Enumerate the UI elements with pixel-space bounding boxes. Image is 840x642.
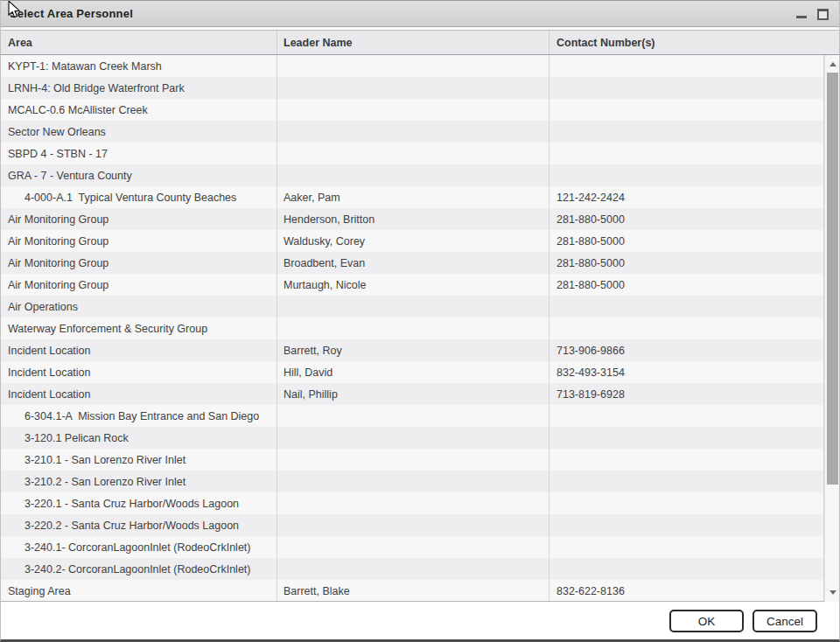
- cell-area[interactable]: Incident Location: [1, 383, 277, 405]
- cell-leader-name[interactable]: Broadbent, Evan: [277, 252, 550, 274]
- table-row[interactable]: 3-210.2 - San Lorenzo River Inlet: [1, 471, 824, 492]
- table-row[interactable]: Staging Area Barrett, Blake 832-622-8136: [1, 580, 824, 601]
- cell-leader-name[interactable]: Murtaugh, Nicole: [277, 274, 550, 296]
- cell-area[interactable]: KYPT-1: Matawan Creek Marsh: [1, 55, 277, 77]
- cell-contact-number[interactable]: [550, 121, 824, 143]
- cell-contact-number[interactable]: [550, 536, 824, 558]
- cell-contact-number[interactable]: 121-242-2424: [550, 186, 824, 208]
- cell-contact-number[interactable]: [550, 143, 824, 164]
- table-row[interactable]: 3-220.1 - Santa Cruz Harbor/Woods Lagoon: [1, 492, 824, 514]
- cell-leader-name[interactable]: [277, 318, 550, 339]
- cell-area[interactable]: Staging Area: [1, 580, 277, 601]
- cell-leader-name[interactable]: Henderson, Britton: [277, 208, 550, 230]
- scroll-up-icon[interactable]: [825, 57, 840, 72]
- table-row[interactable]: Air Operations: [1, 296, 824, 318]
- cell-area[interactable]: Air Operations: [1, 296, 277, 318]
- table-row[interactable]: Incident Location Nail, Phillip 713-819-…: [1, 383, 824, 405]
- table-row[interactable]: Waterway Enforcement & Security Group: [1, 318, 824, 339]
- cell-contact-number[interactable]: 713-819-6928: [550, 383, 824, 405]
- cell-leader-name[interactable]: [277, 536, 550, 558]
- column-header-area[interactable]: Area: [1, 31, 277, 54]
- cell-contact-number[interactable]: 281-880-5000: [550, 274, 824, 296]
- cell-area[interactable]: SBPD 4 - STBN - 17: [1, 143, 277, 164]
- cell-leader-name[interactable]: Aaker, Pam: [277, 186, 550, 208]
- table-row[interactable]: 3-240.2- CorcoranLagoonInlet (RodeoCrkIn…: [1, 558, 824, 580]
- column-header-leader-name[interactable]: Leader Name: [277, 31, 550, 54]
- table-row[interactable]: LRNH-4: Old Bridge Waterfront Park: [1, 77, 824, 99]
- cell-contact-number[interactable]: [550, 99, 824, 121]
- cell-contact-number[interactable]: [550, 55, 824, 77]
- cell-leader-name[interactable]: [277, 121, 550, 143]
- table-row[interactable]: Incident Location Barrett, Roy 713-906-9…: [1, 339, 824, 361]
- cell-area[interactable]: Air Monitoring Group: [1, 274, 277, 296]
- cell-area[interactable]: 3-240.2- CorcoranLagoonInlet (RodeoCrkIn…: [1, 558, 277, 580]
- cell-area[interactable]: 3-220.1 - Santa Cruz Harbor/Woods Lagoon: [1, 492, 277, 514]
- ok-button[interactable]: OK: [669, 610, 744, 632]
- cell-contact-number[interactable]: 832-493-3154: [550, 361, 824, 383]
- table-row[interactable]: KYPT-1: Matawan Creek Marsh: [1, 55, 824, 77]
- cell-leader-name[interactable]: Nail, Phillip: [277, 383, 550, 405]
- cell-area[interactable]: Air Monitoring Group: [1, 230, 277, 252]
- cell-contact-number[interactable]: [550, 77, 824, 99]
- cell-contact-number[interactable]: [550, 558, 824, 580]
- cell-contact-number[interactable]: 281-880-5000: [550, 208, 824, 230]
- cell-area[interactable]: Incident Location: [1, 339, 277, 361]
- cell-area[interactable]: Incident Location: [1, 361, 277, 383]
- cell-area[interactable]: Air Monitoring Group: [1, 208, 277, 230]
- cell-leader-name[interactable]: [277, 558, 550, 580]
- cell-area[interactable]: 3-220.2 - Santa Cruz Harbor/Woods Lagoon: [1, 514, 277, 536]
- table-row[interactable]: 3-120.1 Pelican Rock: [1, 427, 824, 449]
- cell-contact-number[interactable]: 281-880-5000: [550, 252, 824, 274]
- cell-leader-name[interactable]: [277, 164, 550, 186]
- cell-contact-number[interactable]: [550, 514, 824, 536]
- cell-leader-name[interactable]: [277, 514, 550, 536]
- table-row[interactable]: Air Monitoring Group Murtaugh, Nicole 28…: [1, 274, 824, 296]
- table-row[interactable]: Air Monitoring Group Waldusky, Corey 281…: [1, 230, 824, 252]
- cell-contact-number[interactable]: [550, 318, 824, 339]
- table-row[interactable]: Air Monitoring Group Henderson, Britton …: [1, 208, 824, 230]
- column-header-contact-numbers[interactable]: Contact Number(s): [550, 31, 824, 54]
- table-row[interactable]: 6-304.1-A Mission Bay Entrance and San D…: [1, 405, 824, 427]
- cell-area[interactable]: 3-210.2 - San Lorenzo River Inlet: [1, 471, 277, 492]
- table-row[interactable]: Sector New Orleans: [1, 121, 824, 143]
- scroll-down-icon[interactable]: [825, 585, 840, 600]
- table-row[interactable]: 3-210.1 - San Lorenzo River Inlet: [1, 449, 824, 471]
- cell-area[interactable]: 3-120.1 Pelican Rock: [1, 427, 277, 449]
- cell-leader-name[interactable]: Hill, David: [277, 361, 550, 383]
- cell-leader-name[interactable]: Waldusky, Corey: [277, 230, 550, 252]
- cancel-button[interactable]: Cancel: [752, 610, 817, 632]
- cell-contact-number[interactable]: [550, 164, 824, 186]
- cell-contact-number[interactable]: [550, 449, 824, 471]
- cell-area[interactable]: MCALC-0.6 McAllister Creek: [1, 99, 277, 121]
- table-row[interactable]: MCALC-0.6 McAllister Creek: [1, 99, 824, 121]
- cell-leader-name[interactable]: [277, 99, 550, 121]
- cell-contact-number[interactable]: [550, 405, 824, 427]
- cell-area[interactable]: Waterway Enforcement & Security Group: [1, 318, 277, 339]
- table-row[interactable]: Incident Location Hill, David 832-493-31…: [1, 361, 824, 383]
- cell-leader-name[interactable]: Barrett, Blake: [277, 580, 550, 601]
- vertical-scrollbar[interactable]: [824, 55, 839, 602]
- table-row[interactable]: Air Monitoring Group Broadbent, Evan 281…: [1, 252, 824, 274]
- cell-area[interactable]: LRNH-4: Old Bridge Waterfront Park: [1, 77, 277, 99]
- scrollbar-thumb[interactable]: [827, 73, 838, 485]
- cell-leader-name[interactable]: [277, 296, 550, 318]
- table-row[interactable]: 3-240.1- CorcoranLagoonInlet (RodeoCrkIn…: [1, 536, 824, 558]
- cell-contact-number[interactable]: 281-880-5000: [550, 230, 824, 252]
- cell-contact-number[interactable]: [550, 492, 824, 514]
- cell-leader-name[interactable]: [277, 77, 550, 99]
- cell-leader-name[interactable]: [277, 471, 550, 492]
- maximize-icon[interactable]: [817, 9, 829, 20]
- cell-leader-name[interactable]: [277, 405, 550, 427]
- cell-leader-name[interactable]: [277, 492, 550, 514]
- cell-area[interactable]: Sector New Orleans: [1, 121, 277, 143]
- cell-leader-name[interactable]: [277, 449, 550, 471]
- cell-area[interactable]: 3-240.1- CorcoranLagoonInlet (RodeoCrkIn…: [1, 536, 277, 558]
- cell-contact-number[interactable]: 832-622-8136: [550, 580, 824, 601]
- table-row[interactable]: GRA - 7 - Ventura County: [1, 164, 824, 186]
- cell-contact-number[interactable]: 713-906-9866: [550, 339, 824, 361]
- cell-contact-number[interactable]: [550, 427, 824, 449]
- cell-contact-number[interactable]: [550, 471, 824, 492]
- cell-leader-name[interactable]: [277, 427, 550, 449]
- cell-leader-name[interactable]: Barrett, Roy: [277, 339, 550, 361]
- cell-area[interactable]: Air Monitoring Group: [1, 252, 277, 274]
